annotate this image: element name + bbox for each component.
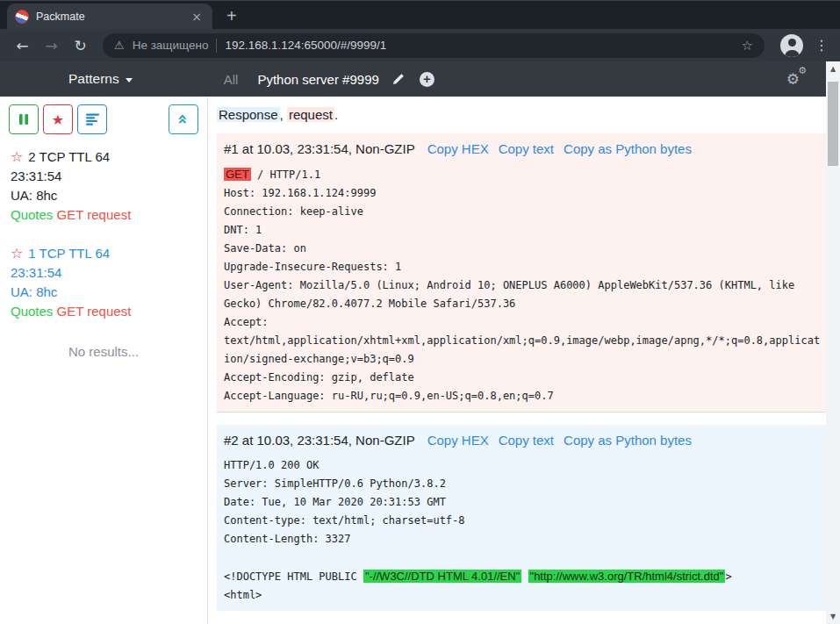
browser-window: Packmate × + ← → ↻ ⚠ Не защищено 192.168…	[0, 0, 840, 624]
capture-result-item[interactable]: ☆2 TCP TTL 6423:31:54UA: 8hcQuotes GET r…	[0, 142, 207, 233]
payload-highlight-red: GET	[224, 168, 251, 181]
pattern-tag: Quotes	[11, 304, 53, 319]
packet-meta: #2 at 10.03, 23:31:54, Non-GZIP	[224, 433, 415, 448]
no-results-text: No results...	[0, 344, 207, 359]
tab-pattern[interactable]: Python server #9999	[257, 72, 378, 87]
pattern-tag: GET request	[57, 207, 132, 222]
browser-menu-icon[interactable]: ⋮	[812, 37, 831, 54]
packet-card-response: #2 at 10.03, 23:31:54, Non-GZIPCopy HEXC…	[217, 425, 826, 611]
favorites-filter-button[interactable]: ★	[43, 104, 73, 134]
result-pattern-tags: Quotes GET request	[11, 302, 197, 321]
scroll-down-arrow[interactable]: ▼	[830, 613, 836, 621]
app-body: ★ « ☆2 TCP TTL 6423:31:54UA: 8hcQuotes G…	[0, 97, 826, 624]
pattern-tag: Quotes	[11, 207, 53, 222]
new-tab-button[interactable]: +	[226, 7, 237, 25]
packet-actions: Copy HEXCopy textCopy as Python bytes	[427, 141, 692, 156]
patterns-menu[interactable]: Patterns	[68, 71, 133, 87]
result-time: 23:31:54	[11, 167, 197, 186]
not-secure-warning-icon: ⚠	[114, 39, 125, 52]
result-pattern-tags: Quotes GET request	[11, 205, 197, 225]
edit-pattern-icon[interactable]	[391, 73, 405, 86]
result-time: 23:31:54	[11, 263, 197, 283]
link-copy-hex[interactable]: Copy HEX	[427, 433, 489, 448]
pattern-tag: GET request	[57, 304, 132, 319]
legend-highlight-response: Response	[217, 107, 280, 122]
result-title-line: ☆1 TCP TTL 64	[11, 244, 197, 263]
packmate-favicon-icon	[15, 10, 29, 24]
scroll-up-arrow[interactable]: ▲	[830, 65, 836, 74]
link-copy-hex[interactable]: Copy HEX	[427, 141, 489, 156]
link-copy-as-python-bytes[interactable]: Copy as Python bytes	[564, 141, 692, 156]
collapse-sidebar-button[interactable]: «	[169, 104, 198, 134]
back-button[interactable]: ←	[9, 37, 36, 54]
packet-color-legend: Response, request.	[217, 107, 826, 122]
settings-gears-icon[interactable]: ⚙⚙	[786, 70, 800, 88]
page-scrollbar[interactable]: ▲ ▼	[826, 61, 840, 624]
address-separator	[216, 39, 217, 53]
scrollbar-thumb[interactable]	[828, 82, 838, 166]
packet-actions: Copy HEXCopy textCopy as Python bytes	[427, 433, 692, 448]
profile-avatar[interactable]	[780, 34, 803, 57]
packet-meta: #1 at 10.03, 23:31:54, Non-GZIP	[224, 141, 415, 156]
favorite-star-icon[interactable]: ☆	[11, 148, 23, 165]
sidebar: ★ « ☆2 TCP TTL 6423:31:54UA: 8hcQuotes G…	[0, 97, 208, 624]
browser-tab[interactable]: Packmate ×	[7, 4, 212, 29]
reload-button[interactable]: ↻	[67, 37, 94, 54]
bookmark-star-icon[interactable]: ☆	[742, 38, 753, 54]
stream-view: Response, request. #1 at 10.03, 23:31:54…	[208, 97, 826, 624]
pause-capture-button[interactable]	[9, 104, 39, 134]
packet-payload: GET / HTTP/1.1 Host: 192.168.1.124:9999 …	[224, 165, 822, 412]
packmate-app: Patterns All Python server #9999 ⚙⚙ ★	[0, 61, 840, 624]
url-text: 192.168.1.124:65000/#/9999/1	[225, 39, 733, 52]
favorite-star-icon[interactable]: ☆	[11, 245, 23, 262]
tab-title: Packmate	[36, 11, 182, 23]
result-title: 2 TCP TTL 64	[28, 149, 110, 164]
legend-highlight-request: request	[287, 107, 334, 122]
payload-highlight-green: "-//W3C//DTD HTML 4.01//EN"	[363, 570, 521, 583]
result-title: 1 TCP TTL 64	[28, 246, 110, 261]
result-user-agent: UA: 8hc	[11, 283, 197, 302]
payload-highlight-green: "http://www.w3.org/TR/html4/strict.dtd"	[528, 570, 726, 583]
capture-result-item[interactable]: ☆1 TCP TTL 6423:31:54UA: 8hcQuotes GET r…	[0, 239, 207, 330]
result-user-agent: UA: 8hc	[11, 186, 197, 205]
forward-button[interactable]: →	[38, 37, 65, 54]
app-navbar: Patterns All Python server #9999 ⚙⚙	[0, 61, 826, 97]
browser-tab-strip: Packmate × +	[0, 0, 840, 29]
packet-payload: HTTP/1.0 200 OK Server: SimpleHTTP/0.6 P…	[224, 456, 822, 611]
result-title-line: ☆2 TCP TTL 64	[11, 147, 197, 167]
tab-close-icon[interactable]: ×	[189, 10, 205, 24]
tab-all[interactable]: All	[224, 72, 239, 87]
packet-card-request: #1 at 10.03, 23:31:54, Non-GZIPCopy HEXC…	[217, 133, 826, 412]
text-filter-button[interactable]	[77, 104, 107, 134]
sidebar-toolbar: ★ «	[0, 97, 207, 142]
link-copy-text[interactable]: Copy text	[499, 141, 554, 156]
caret-down-icon	[126, 78, 133, 82]
packet-header: #2 at 10.03, 23:31:54, Non-GZIPCopy HEXC…	[217, 425, 826, 448]
double-chevron-up-icon: «	[177, 114, 190, 125]
capture-results-list: ☆2 TCP TTL 6423:31:54UA: 8hcQuotes GET r…	[0, 142, 207, 330]
packets-list: #1 at 10.03, 23:31:54, Non-GZIPCopy HEXC…	[217, 133, 826, 611]
patterns-label: Patterns	[68, 71, 119, 87]
security-label: Не защищено	[133, 39, 209, 52]
browser-toolbar: ← → ↻ ⚠ Не защищено 192.168.1.124:65000/…	[0, 29, 840, 61]
link-copy-as-python-bytes[interactable]: Copy as Python bytes	[564, 433, 692, 448]
add-pattern-icon[interactable]	[420, 72, 434, 87]
packet-header: #1 at 10.03, 23:31:54, Non-GZIPCopy HEXC…	[217, 133, 826, 156]
address-bar[interactable]: ⚠ Не защищено 192.168.1.124:65000/#/9999…	[103, 33, 765, 58]
link-copy-text[interactable]: Copy text	[499, 433, 554, 448]
